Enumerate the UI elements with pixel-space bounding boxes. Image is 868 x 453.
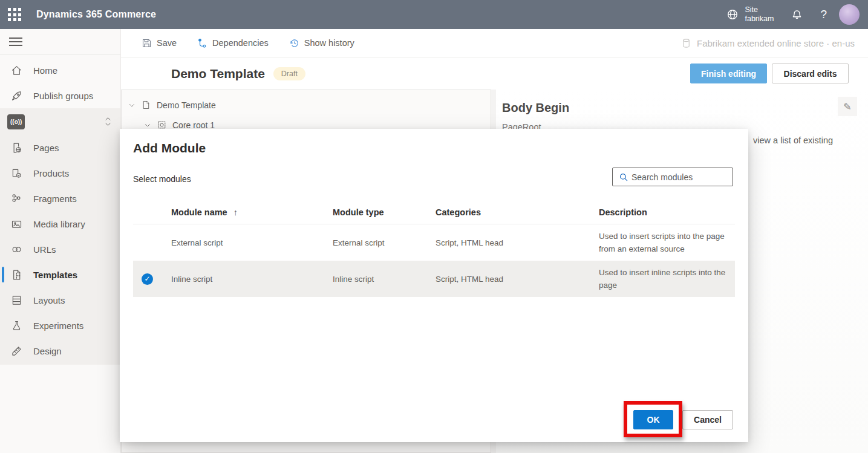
document-icon [141,100,151,110]
chevron-down-icon[interactable] [128,101,136,109]
sidebar-item-products[interactable]: Products [0,160,120,186]
tree-node-root[interactable]: Demo Template [122,95,491,115]
sidebar-item-label: Experiments [33,321,83,331]
bell-icon [791,8,803,21]
sidebar-item-fragments[interactable]: Fragments [0,186,120,211]
inspector-hint-partial: view a list of existing [753,135,862,145]
site-name: fabrikam [745,15,774,24]
nav-collapse-button[interactable] [0,29,120,55]
row-checkbox[interactable]: ✓ [133,273,171,285]
select-modules-label: Select modules [133,174,191,184]
show-history-button[interactable]: Show history [289,37,354,49]
modules-table: Module name ↑ Module type Categories Des… [133,200,735,297]
history-clock-icon [289,37,300,49]
col-description[interactable]: Description [599,207,735,217]
page-title: Demo Template [171,67,265,81]
finish-editing-button[interactable]: Finish editing [690,64,767,83]
sidebar-item-publish-groups[interactable]: Publish groups [0,83,120,108]
flask-icon [9,318,24,333]
sidebar-item-experiments[interactable]: Experiments [0,313,120,338]
sidebar-item-label: Layouts [33,295,65,305]
fragments-icon [9,191,24,206]
pages-icon [9,140,24,155]
sidebar-item-templates[interactable]: Templates [0,262,120,287]
pencil-icon: ✎ [843,101,851,112]
status-badge: Draft [273,67,305,80]
sidebar-item-label: Pages [33,143,59,153]
site-nav-group: ((o)) Pages Products Fragments [0,108,120,365]
edit-pencil-button[interactable]: ✎ [838,97,857,116]
search-icon [618,172,629,183]
col-categories[interactable]: Categories [436,207,599,217]
link-icon [9,242,24,256]
dialog-title: Add Module [133,141,206,155]
sidebar-item-urls[interactable]: URLs [0,236,120,262]
sidebar-item-design[interactable]: Design [0,338,120,363]
page-header: Demo Template Draft Finish editing Disca… [121,57,868,90]
group-collapse-button[interactable] [103,115,113,128]
media-library-icon [9,217,24,231]
top-app-bar: Dynamics 365 Commerce Site fabrikam ? [0,0,868,29]
sidebar-item-media-library[interactable]: Media library [0,211,120,236]
col-module-name[interactable]: Module name ↑ [171,207,333,217]
table-row-external-script[interactable]: External script External script Script, … [133,224,735,261]
command-toolbar: Save Dependencies Show history Fabrikam … [121,29,868,57]
sidebar-item-label: Products [33,168,69,178]
user-avatar[interactable] [839,4,860,25]
save-icon [141,37,152,49]
cancel-button[interactable]: Cancel [682,410,733,429]
hamburger-icon [9,35,22,48]
question-icon: ? [820,8,827,21]
discard-edits-button[interactable]: Discard edits [772,64,849,83]
add-module-dialog: Add Module Select modules Module name ↑ … [120,129,748,442]
design-ruler-icon [9,344,24,358]
ok-button[interactable]: OK [633,410,673,429]
left-nav-sidebar: Home Publish groups ((o)) Pages [0,29,121,453]
sidebar-item-pages[interactable]: Pages [0,135,120,160]
globe-icon [726,8,739,21]
search-modules-input[interactable] [631,172,722,182]
help-button[interactable]: ? [812,0,835,29]
search-modules-box[interactable] [612,168,733,186]
templates-icon [9,267,24,282]
sidebar-item-home[interactable]: Home [0,57,120,83]
selected-check-icon: ✓ [142,273,153,285]
sidebar-item-label: Fragments [33,194,77,204]
table-row-inline-script[interactable]: ✓ Inline script Inline script Script, HT… [133,261,735,297]
site-switcher[interactable]: Site fabrikam [717,0,782,29]
home-icon [9,63,24,77]
sort-ascending-icon: ↑ [233,207,238,217]
site-badge-icon: ((o)) [7,114,25,129]
sidebar-item-label: Home [33,65,57,76]
database-icon [680,37,692,49]
app-launcher-waffle-icon[interactable] [0,0,29,29]
chevron-down-icon[interactable] [143,121,152,129]
save-button[interactable]: Save [141,37,177,49]
dependencies-button[interactable]: Dependencies [197,37,269,49]
products-icon [9,166,24,180]
inspector-title: Body Begin [502,101,569,115]
sidebar-item-label: URLs [33,244,56,255]
sidebar-item-label: Publish groups [33,91,93,101]
notifications-button[interactable] [782,0,812,29]
dependencies-icon [197,37,208,49]
col-module-type[interactable]: Module type [333,207,436,217]
app-title: Dynamics 365 Commerce [36,9,156,20]
site-label: Site [745,5,774,15]
environment-label: Fabrikam extended online store · en-us [680,37,855,49]
sidebar-item-label: Media library [33,219,85,229]
rocket-icon [9,88,24,103]
layouts-icon [9,293,24,307]
sidebar-item-label: Templates [33,270,77,280]
table-header-row: Module name ↑ Module type Categories Des… [133,200,735,224]
sidebar-item-label: Design [33,346,62,356]
sidebar-item-layouts[interactable]: Layouts [0,287,120,313]
